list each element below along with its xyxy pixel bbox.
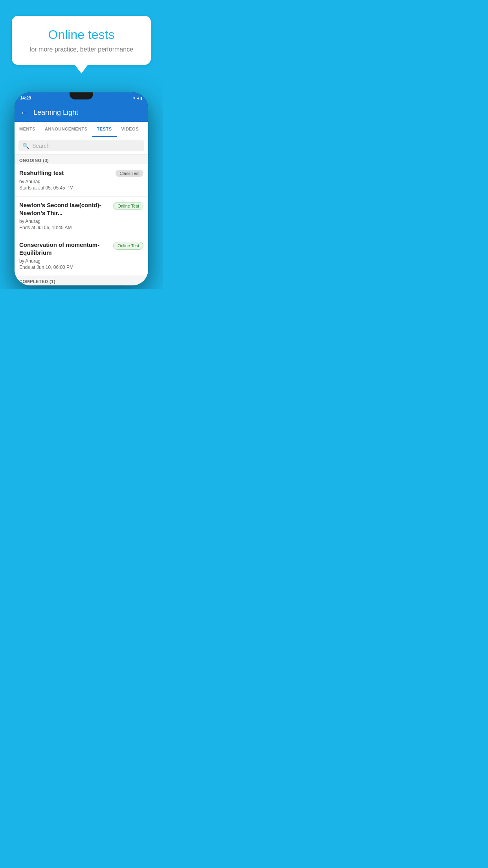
test-author-3: by Anurag bbox=[19, 258, 143, 264]
phone-wrapper: 14:29 ▾ ◂ ▮ ← Learning Light MENTS ANNOU… bbox=[0, 92, 163, 285]
test-title-1: Reshuffling test bbox=[19, 169, 112, 177]
section-header-ongoing: ONGOING (3) bbox=[15, 155, 148, 164]
search-icon: 🔍 bbox=[22, 143, 29, 149]
section-header-completed: COMPLETED (1) bbox=[15, 276, 148, 285]
list-item: Reshuffling test Class Test by Anurag St… bbox=[15, 164, 148, 197]
test-date-2: Ends at Jul 06, 10:45 AM bbox=[19, 225, 143, 230]
bubble-subtitle: for more practice, better performance bbox=[20, 46, 143, 53]
app-header: ← Learning Light bbox=[15, 103, 148, 122]
test-date-3: Ends at Jun 10, 06:00 PM bbox=[19, 265, 143, 270]
test-date-1: Starts at Jul 05, 05:45 PM bbox=[19, 185, 143, 191]
badge-online-test-3: Online Test bbox=[113, 242, 143, 250]
search-container: 🔍 Search bbox=[15, 137, 148, 155]
tab-tests[interactable]: TESTS bbox=[92, 122, 117, 137]
bubble-title: Online tests bbox=[20, 28, 143, 42]
page-background: Online tests for more practice, better p… bbox=[0, 0, 163, 289]
app-title: Learning Light bbox=[33, 108, 78, 117]
test-item-top-1: Reshuffling test Class Test bbox=[19, 169, 143, 177]
speech-bubble: Online tests for more practice, better p… bbox=[12, 16, 151, 65]
test-author-2: by Anurag bbox=[19, 219, 143, 224]
test-title-3: Conservation of momentum-Equilibrium bbox=[19, 241, 110, 256]
status-bar: 14:29 ▾ ◂ ▮ bbox=[15, 92, 148, 103]
phone-mockup: 14:29 ▾ ◂ ▮ ← Learning Light MENTS ANNOU… bbox=[15, 92, 148, 285]
signal-icon: ◂ bbox=[137, 96, 139, 100]
tab-ments[interactable]: MENTS bbox=[15, 122, 40, 137]
badge-online-test-2: Online Test bbox=[113, 202, 143, 210]
status-icons: ▾ ◂ ▮ bbox=[133, 96, 143, 100]
speech-bubble-section: Online tests for more practice, better p… bbox=[0, 0, 163, 88]
badge-class-test-1: Class Test bbox=[116, 170, 143, 177]
test-title-2: Newton's Second law(contd)-Newton's Thir… bbox=[19, 201, 110, 217]
list-item: Newton's Second law(contd)-Newton's Thir… bbox=[15, 197, 148, 236]
tabs-bar: MENTS ANNOUNCEMENTS TESTS VIDEOS bbox=[15, 122, 148, 137]
status-time: 14:29 bbox=[20, 96, 31, 100]
test-item-top-3: Conservation of momentum-Equilibrium Onl… bbox=[19, 241, 143, 256]
tab-videos[interactable]: VIDEOS bbox=[117, 122, 144, 137]
test-author-1: by Anurag bbox=[19, 179, 143, 184]
phone-screen: MENTS ANNOUNCEMENTS TESTS VIDEOS 🔍 Searc… bbox=[15, 122, 148, 285]
tab-announcements[interactable]: ANNOUNCEMENTS bbox=[40, 122, 92, 137]
battery-icon: ▮ bbox=[140, 96, 143, 100]
back-button[interactable]: ← bbox=[20, 108, 28, 117]
list-item: Conservation of momentum-Equilibrium Onl… bbox=[15, 236, 148, 276]
test-item-top-2: Newton's Second law(contd)-Newton's Thir… bbox=[19, 201, 143, 217]
wifi-icon: ▾ bbox=[133, 96, 135, 100]
search-input-wrapper[interactable]: 🔍 Search bbox=[18, 140, 144, 151]
search-input[interactable]: Search bbox=[32, 143, 50, 149]
